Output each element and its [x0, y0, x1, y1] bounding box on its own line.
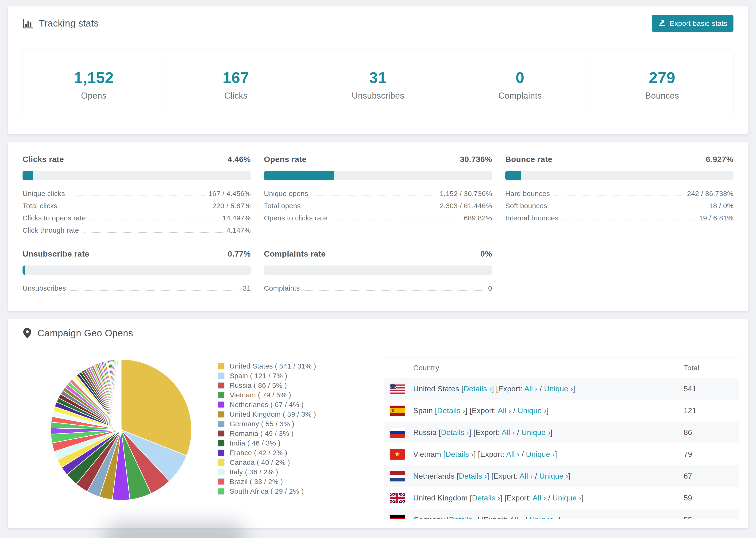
rate-title: Clicks rate — [23, 155, 64, 164]
bracket: ] [Export: — [487, 472, 519, 480]
legend-swatch — [218, 421, 225, 427]
rate-value: 6.927% — [706, 155, 733, 164]
stat-cell-bounces: 279Bounces — [591, 50, 733, 115]
legend-label: Romania ( 49 / 3% ) — [230, 430, 294, 438]
flag-icon-us — [390, 384, 405, 394]
legend-swatch — [218, 411, 225, 418]
dotted-leader — [562, 220, 695, 220]
export-unique-link-united-kingdom[interactable]: Unique › — [553, 494, 581, 502]
stat-value: 31 — [307, 69, 449, 86]
rate-details: Unsubscribes31 — [23, 284, 251, 292]
flag-icon-de — [390, 515, 405, 519]
export-all-link-vietnam[interactable]: All › — [506, 450, 519, 458]
stat-label: Unsubscribes — [307, 91, 449, 101]
rate-details: Unique opens1,152 / 30.736%Total opens2,… — [264, 190, 492, 222]
export-all-link-germany[interactable]: All › — [510, 515, 523, 519]
export-all-link-united-kingdom[interactable]: All › — [533, 494, 546, 502]
export-unique-link-netherlands[interactable]: Unique › — [539, 472, 568, 480]
tracking-stats-card: Tracking stats Export basic stats 1,152O… — [8, 6, 748, 134]
legend-item-south-africa: South Africa ( 29 / 2% ) — [218, 486, 316, 496]
bracket: [ — [447, 515, 449, 519]
summary-stats-row: 1,152Opens167Clicks31Unsubscribes0Compla… — [23, 50, 733, 115]
bracket: [ — [457, 472, 459, 480]
stat-value: 279 — [591, 69, 733, 86]
legend-item-brazil: Brazil ( 33 / 2% ) — [218, 477, 316, 486]
export-unique-link-vietnam[interactable]: Unique › — [526, 450, 555, 458]
legend-item-france: France ( 42 / 2% ) — [218, 448, 316, 457]
export-all-link-spain[interactable]: All › — [498, 406, 511, 415]
export-unique-link-russia[interactable]: Unique › — [521, 428, 550, 437]
country-name: United Kingdom — [413, 494, 470, 502]
country-name: Germany — [413, 515, 447, 519]
geo-opens-table: Country Total United States [Details ›] … — [384, 357, 739, 519]
details-link-vietnam[interactable]: Details › — [445, 450, 473, 458]
rate-value: 30.736% — [460, 155, 492, 164]
legend-item-india: India ( 46 / 3% ) — [218, 438, 316, 448]
export-unique-link-united-states[interactable]: Unique › — [544, 385, 573, 393]
details-link-netherlands[interactable]: Details › — [459, 472, 487, 480]
legend-swatch — [218, 440, 225, 447]
geo-table-row-netherlands: Netherlands [Details ›] [Export: All › /… — [384, 465, 739, 487]
bracket: ] — [573, 385, 575, 393]
export-all-link-united-states[interactable]: All › — [524, 385, 538, 393]
detail-row: Total clicks220 / 5.87% — [23, 202, 251, 210]
stat-label: Clicks — [165, 91, 307, 101]
dotted-leader — [303, 290, 484, 291]
detail-value: 242 / 86.738% — [687, 190, 733, 198]
stat-value: 1,152 — [23, 69, 165, 86]
geo-table-row-united-kingdom: United Kingdom [Details ›] [Export: All … — [384, 487, 739, 509]
detail-label: Soft bounces — [505, 202, 547, 210]
detail-row: Click through rate4.147% — [23, 226, 251, 234]
rate-title: Unsubscribe rate — [23, 249, 89, 258]
detail-value: 18 / 0% — [709, 202, 733, 210]
column-header-total: Total — [684, 364, 733, 372]
detail-row: Unique opens1,152 / 30.736% — [264, 190, 492, 198]
country-cell: Netherlands [Details ›] [Export: All › /… — [390, 471, 684, 481]
stat-label: Opens — [23, 91, 165, 101]
detail-label: Unsubscribes — [23, 284, 66, 292]
export-basic-stats-button[interactable]: Export basic stats — [652, 15, 733, 32]
details-link-united-states[interactable]: Details › — [463, 385, 492, 393]
stat-cell-unsubscribes: 31Unsubscribes — [307, 50, 449, 115]
geo-opens-header: Campaign Geo Opens — [8, 319, 748, 348]
legend-label: France ( 42 / 2% ) — [230, 449, 287, 457]
geo-opens-pie-chart — [49, 357, 193, 502]
detail-row: Opens to clicks rate689.82% — [264, 214, 492, 222]
slash-separator: / — [538, 385, 544, 393]
country-name-and-links: Germany [Details ›] [Export: All › / Uni… — [413, 515, 561, 519]
stat-value: 0 — [449, 69, 591, 86]
detail-row: Unique clicks167 / 4.456% — [23, 190, 251, 198]
export-all-link-netherlands[interactable]: All › — [519, 472, 533, 480]
details-link-united-kingdom[interactable]: Details › — [472, 494, 500, 502]
export-unique-link-spain[interactable]: Unique › — [517, 406, 546, 415]
flag-icon-vn — [390, 449, 405, 459]
export-all-link-russia[interactable]: All › — [502, 428, 515, 437]
country-total: 67 — [684, 472, 733, 480]
details-link-germany[interactable]: Details › — [449, 515, 477, 519]
rate-progress-fill — [23, 265, 25, 275]
geo-table-row-vietnam: Vietnam [Details ›] [Export: All › / Uni… — [384, 443, 739, 465]
country-cell: Vietnam [Details ›] [Export: All › / Uni… — [390, 449, 684, 459]
rate-block-opens-rate: Opens rate30.736%Unique opens1,152 / 30.… — [264, 155, 492, 234]
legend-item-italy: Italy ( 36 / 2% ) — [218, 467, 316, 477]
bar-chart-icon — [23, 18, 33, 29]
rate-head: Complaints rate0% — [264, 249, 492, 258]
bracket: ] — [568, 472, 570, 480]
rate-progress-bar — [23, 171, 251, 180]
geo-table-row-united-states: United States [Details ›] [Export: All ›… — [384, 378, 739, 400]
legend-label: United States ( 541 / 31% ) — [230, 362, 316, 370]
country-total: 86 — [684, 428, 733, 437]
geo-table-header: Country Total — [384, 358, 739, 378]
geo-table-row-germany: Germany [Details ›] [Export: All › / Uni… — [384, 509, 739, 519]
legend-label: Canada ( 40 / 2% ) — [230, 458, 290, 466]
details-link-spain[interactable]: Details › — [437, 406, 465, 415]
export-unique-link-germany[interactable]: Unique › — [529, 515, 558, 519]
detail-label: Opens to clicks rate — [264, 214, 327, 222]
detail-label: Unique opens — [264, 190, 308, 198]
country-name-and-links: Spain [Details ›] [Export: All › / Uniqu… — [413, 406, 549, 415]
details-link-russia[interactable]: Details › — [441, 428, 469, 437]
rate-progress-fill — [264, 171, 334, 180]
country-total: 79 — [684, 450, 733, 459]
country-total: 59 — [684, 494, 733, 502]
rate-value: 0.77% — [228, 249, 251, 258]
